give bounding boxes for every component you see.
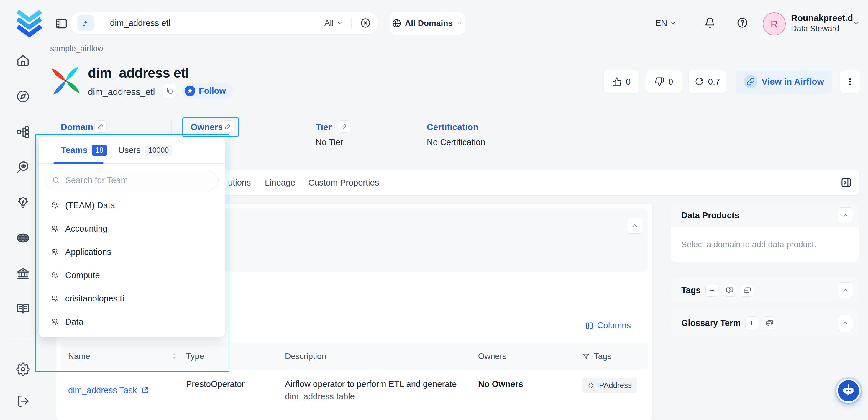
- copy-icon: [166, 87, 174, 95]
- tab-users[interactable]: Users 10000: [118, 145, 172, 156]
- task-link[interactable]: dim_address Task: [68, 378, 186, 402]
- external-link-icon: [141, 386, 149, 394]
- sidebar-item-domains[interactable]: [16, 125, 30, 139]
- columns-button[interactable]: Columns: [585, 321, 631, 330]
- tab-custom-properties[interactable]: Custom Properties: [308, 170, 379, 195]
- team-search-box[interactable]: [44, 171, 219, 189]
- pencil-icon: [225, 123, 231, 130]
- view-in-airflow-button[interactable]: View in Airflow: [736, 70, 832, 93]
- avatar[interactable]: R: [763, 12, 786, 35]
- add-glossary-term-button[interactable]: [745, 317, 758, 329]
- sidebar-item-globe[interactable]: [16, 231, 30, 245]
- sidebar-item-observability[interactable]: [16, 160, 30, 174]
- chevron-down-icon: [852, 20, 860, 27]
- data-products-panel-body: Select a domain to add data product.: [671, 227, 859, 262]
- follow-button[interactable]: Follow: [182, 83, 234, 98]
- more-actions-button[interactable]: [840, 70, 860, 93]
- search-divider: [102, 17, 102, 29]
- edit-domain-button[interactable]: [94, 120, 107, 133]
- help-button[interactable]: [737, 17, 748, 28]
- bank-icon: [16, 267, 30, 280]
- tasks-table-header: Name Type Description Owners Tags: [61, 342, 648, 370]
- lightbulb-icon: [16, 196, 30, 209]
- pencil-icon: [341, 123, 347, 130]
- team-icon: [51, 247, 59, 256]
- tags-conversations-button[interactable]: [741, 284, 754, 297]
- version-number: 0.7: [708, 77, 720, 87]
- entity-name: dim_address_etl: [88, 87, 155, 97]
- team-option[interactable]: (TEAM) Data: [39, 197, 225, 214]
- question-bubble-icon: [726, 287, 734, 294]
- sort-icon[interactable]: [172, 353, 177, 360]
- notifications-button[interactable]: [704, 17, 715, 28]
- compass-icon: [16, 90, 30, 103]
- glossary-panel: Glossary Term: [671, 309, 859, 337]
- plus-icon: [708, 287, 715, 294]
- team-option[interactable]: crisitanolopes.ti: [39, 290, 225, 307]
- request-tags-button[interactable]: [723, 284, 736, 297]
- downvote-button[interactable]: 0: [646, 70, 682, 93]
- filter-icon[interactable]: [582, 353, 590, 360]
- clear-search-icon[interactable]: [360, 18, 371, 29]
- right-panel-toggle-button[interactable]: [838, 176, 851, 189]
- all-domains-dropdown[interactable]: All Domains: [390, 12, 465, 35]
- edit-tier-button[interactable]: [338, 120, 350, 133]
- col-header-tags: Tags: [594, 352, 611, 361]
- breadcrumb[interactable]: sample_airflow: [50, 44, 103, 53]
- chat-bot-button[interactable]: [836, 379, 861, 403]
- data-products-panel-header: Data Products: [671, 204, 859, 227]
- collapse-data-products-button[interactable]: [838, 207, 853, 223]
- user-role: Data Steward: [791, 24, 839, 33]
- add-tag-button[interactable]: [706, 284, 718, 297]
- team-option[interactable]: Data: [39, 313, 225, 330]
- team-option[interactable]: Compute: [39, 267, 225, 283]
- book-icon: [16, 302, 30, 316]
- team-option[interactable]: Applications: [39, 244, 225, 260]
- team-search-input[interactable]: [65, 175, 211, 185]
- certification-label: Certification: [427, 122, 478, 132]
- airflow-logo: [49, 64, 83, 97]
- language-dropdown[interactable]: EN: [655, 18, 676, 28]
- copy-name-button[interactable]: [163, 84, 176, 98]
- sidebar-item-govern[interactable]: [16, 267, 30, 280]
- user-menu-chevron[interactable]: [852, 20, 860, 27]
- team-icon: [51, 294, 59, 303]
- upvote-button[interactable]: 0: [603, 70, 640, 93]
- collapse-tags-button[interactable]: [838, 282, 853, 298]
- tab-executions-partial[interactable]: utions: [228, 170, 251, 195]
- sidebar-item-insights[interactable]: [16, 196, 30, 209]
- team-icon: [51, 224, 59, 233]
- search-input[interactable]: dim_address etl: [110, 18, 170, 28]
- search-icon: [52, 176, 60, 185]
- edit-owners-button[interactable]: [222, 120, 234, 133]
- tab-lineage[interactable]: Lineage: [265, 170, 295, 195]
- certification-value: No Certification: [427, 138, 485, 147]
- tags-title: Tags: [681, 286, 701, 295]
- tag-chip[interactable]: IPAddress: [582, 378, 637, 393]
- sidebar-item-settings[interactable]: [16, 362, 30, 376]
- globe-icon: [392, 19, 401, 28]
- sidebar-item-home[interactable]: [16, 54, 30, 67]
- left-panel-toggle-button[interactable]: [53, 17, 67, 31]
- tab-teams[interactable]: Teams 18: [61, 145, 107, 156]
- plus-icon: [748, 320, 755, 327]
- app-logo[interactable]: [15, 6, 44, 36]
- star-icon: [185, 86, 195, 96]
- robot-icon: [841, 383, 856, 398]
- thumbs-down-icon: [655, 77, 664, 86]
- columns-label: Columns: [597, 321, 631, 330]
- team-option[interactable]: Accounting: [39, 220, 225, 237]
- glossary-conversations-button[interactable]: [763, 317, 776, 329]
- collapse-description-button[interactable]: [627, 218, 642, 234]
- sidebar-item-glossary[interactable]: [16, 302, 30, 316]
- sidebar-item-explore[interactable]: [16, 90, 30, 103]
- collapse-glossary-button[interactable]: [838, 315, 853, 331]
- version-button[interactable]: 0.7: [688, 70, 726, 93]
- global-search-bar[interactable]: dim_address etl All: [69, 12, 379, 34]
- task-type: PrestoOperator: [186, 378, 285, 402]
- col-header-name[interactable]: Name: [68, 352, 90, 361]
- logout-icon: [16, 394, 30, 408]
- sidebar-item-logout[interactable]: [16, 394, 30, 408]
- search-scope-dropdown[interactable]: All: [324, 18, 343, 28]
- version-history-icon: [694, 77, 704, 86]
